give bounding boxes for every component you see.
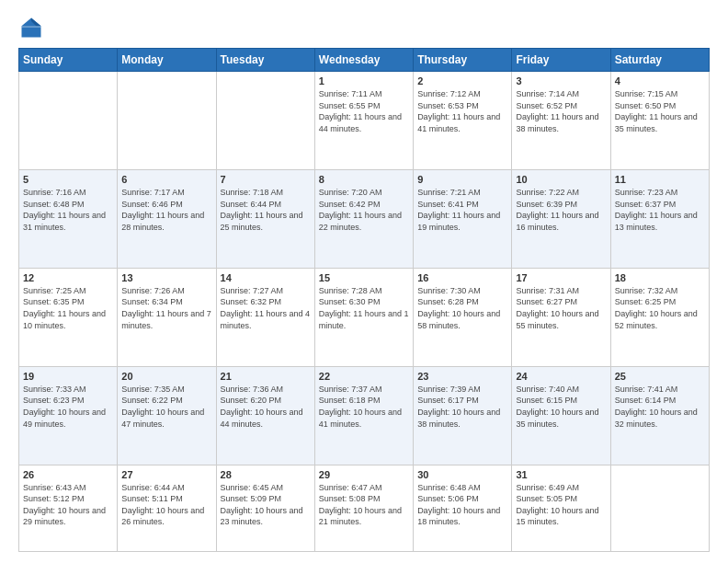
day-number: 7	[221, 174, 311, 185]
day-info: Sunrise: 6:45 AM Sunset: 5:09 PM Dayligh…	[221, 482, 311, 528]
calendar-day-cell	[19, 72, 118, 170]
day-number: 23	[417, 371, 507, 382]
day-number: 4	[615, 75, 705, 86]
calendar-day-cell: 23Sunrise: 7:39 AM Sunset: 6:17 PM Dayli…	[414, 366, 512, 465]
day-info: Sunrise: 7:32 AM Sunset: 6:25 PM Dayligh…	[615, 285, 705, 331]
day-info: Sunrise: 7:37 AM Sunset: 6:18 PM Dayligh…	[319, 384, 409, 430]
day-number: 9	[417, 174, 507, 185]
day-number: 16	[417, 272, 507, 283]
day-info: Sunrise: 7:23 AM Sunset: 6:37 PM Dayligh…	[615, 187, 705, 233]
calendar-day-cell: 2Sunrise: 7:12 AM Sunset: 6:53 PM Daylig…	[414, 72, 512, 170]
day-info: Sunrise: 7:18 AM Sunset: 6:44 PM Dayligh…	[221, 187, 311, 233]
day-info: Sunrise: 6:43 AM Sunset: 5:12 PM Dayligh…	[23, 482, 113, 528]
day-number: 18	[615, 272, 705, 283]
calendar-header-wednesday: Wednesday	[314, 49, 413, 72]
day-info: Sunrise: 7:35 AM Sunset: 6:22 PM Dayligh…	[121, 384, 211, 430]
calendar-day-cell: 31Sunrise: 6:49 AM Sunset: 5:05 PM Dayli…	[512, 465, 610, 551]
calendar-day-cell	[118, 72, 216, 170]
day-number: 26	[23, 469, 113, 480]
day-info: Sunrise: 7:40 AM Sunset: 6:15 PM Dayligh…	[516, 384, 606, 430]
day-info: Sunrise: 7:41 AM Sunset: 6:14 PM Dayligh…	[615, 384, 705, 430]
day-info: Sunrise: 6:47 AM Sunset: 5:08 PM Dayligh…	[319, 482, 409, 528]
day-number: 29	[319, 469, 409, 480]
day-info: Sunrise: 7:30 AM Sunset: 6:28 PM Dayligh…	[417, 285, 507, 331]
day-info: Sunrise: 6:44 AM Sunset: 5:11 PM Dayligh…	[121, 482, 211, 528]
calendar-day-cell: 7Sunrise: 7:18 AM Sunset: 6:44 PM Daylig…	[216, 169, 314, 268]
calendar-day-cell: 1Sunrise: 7:11 AM Sunset: 6:55 PM Daylig…	[314, 72, 413, 170]
day-number: 31	[516, 469, 606, 480]
calendar-day-cell: 14Sunrise: 7:27 AM Sunset: 6:32 PM Dayli…	[216, 268, 314, 366]
day-info: Sunrise: 7:27 AM Sunset: 6:32 PM Dayligh…	[221, 285, 311, 331]
day-info: Sunrise: 7:36 AM Sunset: 6:20 PM Dayligh…	[221, 384, 311, 430]
calendar-day-cell: 26Sunrise: 6:43 AM Sunset: 5:12 PM Dayli…	[19, 465, 118, 551]
day-info: Sunrise: 7:39 AM Sunset: 6:17 PM Dayligh…	[417, 384, 507, 430]
calendar-table: SundayMondayTuesdayWednesdayThursdayFrid…	[18, 48, 710, 552]
day-number: 20	[121, 371, 211, 382]
day-info: Sunrise: 7:25 AM Sunset: 6:35 PM Dayligh…	[23, 285, 113, 331]
calendar-header-saturday: Saturday	[610, 49, 709, 72]
calendar-day-cell: 13Sunrise: 7:26 AM Sunset: 6:34 PM Dayli…	[118, 268, 216, 366]
day-number: 14	[221, 272, 311, 283]
day-info: Sunrise: 6:48 AM Sunset: 5:06 PM Dayligh…	[417, 482, 507, 528]
day-info: Sunrise: 7:33 AM Sunset: 6:23 PM Dayligh…	[23, 384, 113, 430]
calendar-week-row: 1Sunrise: 7:11 AM Sunset: 6:55 PM Daylig…	[19, 72, 710, 170]
day-number: 27	[121, 469, 211, 480]
logo	[18, 15, 48, 40]
calendar-day-cell: 27Sunrise: 6:44 AM Sunset: 5:11 PM Dayli…	[118, 465, 216, 551]
day-number: 10	[516, 174, 606, 185]
calendar-day-cell	[216, 72, 314, 170]
calendar-header-sunday: Sunday	[19, 49, 118, 72]
day-number: 5	[23, 174, 113, 185]
calendar-day-cell: 6Sunrise: 7:17 AM Sunset: 6:46 PM Daylig…	[118, 169, 216, 268]
calendar-day-cell: 18Sunrise: 7:32 AM Sunset: 6:25 PM Dayli…	[610, 268, 709, 366]
day-info: Sunrise: 7:12 AM Sunset: 6:53 PM Dayligh…	[417, 88, 507, 134]
day-number: 28	[221, 469, 311, 480]
day-info: Sunrise: 7:11 AM Sunset: 6:55 PM Dayligh…	[319, 88, 409, 134]
day-number: 11	[615, 174, 705, 185]
calendar-day-cell: 21Sunrise: 7:36 AM Sunset: 6:20 PM Dayli…	[216, 366, 314, 465]
day-info: Sunrise: 7:26 AM Sunset: 6:34 PM Dayligh…	[121, 285, 211, 331]
calendar-header-thursday: Thursday	[414, 49, 512, 72]
calendar-day-cell: 5Sunrise: 7:16 AM Sunset: 6:48 PM Daylig…	[19, 169, 118, 268]
day-info: Sunrise: 7:15 AM Sunset: 6:50 PM Dayligh…	[615, 88, 705, 134]
day-number: 2	[417, 75, 507, 86]
calendar-week-row: 26Sunrise: 6:43 AM Sunset: 5:12 PM Dayli…	[19, 465, 710, 551]
calendar-day-cell: 3Sunrise: 7:14 AM Sunset: 6:52 PM Daylig…	[512, 72, 610, 170]
calendar-day-cell: 25Sunrise: 7:41 AM Sunset: 6:14 PM Dayli…	[610, 366, 709, 465]
day-number: 19	[23, 371, 113, 382]
calendar-day-cell: 22Sunrise: 7:37 AM Sunset: 6:18 PM Dayli…	[314, 366, 413, 465]
calendar-day-cell: 24Sunrise: 7:40 AM Sunset: 6:15 PM Dayli…	[512, 366, 610, 465]
day-number: 21	[221, 371, 311, 382]
day-info: Sunrise: 7:20 AM Sunset: 6:42 PM Dayligh…	[319, 187, 409, 233]
day-number: 25	[615, 371, 705, 382]
day-number: 12	[23, 272, 113, 283]
calendar-day-cell	[610, 465, 709, 551]
calendar-header-monday: Monday	[118, 49, 216, 72]
day-number: 30	[417, 469, 507, 480]
calendar-day-cell: 15Sunrise: 7:28 AM Sunset: 6:30 PM Dayli…	[314, 268, 413, 366]
logo-icon	[18, 15, 44, 40]
calendar-day-cell: 12Sunrise: 7:25 AM Sunset: 6:35 PM Dayli…	[19, 268, 118, 366]
calendar-header-row: SundayMondayTuesdayWednesdayThursdayFrid…	[19, 49, 710, 72]
header	[18, 15, 710, 40]
calendar-day-cell: 30Sunrise: 6:48 AM Sunset: 5:06 PM Dayli…	[414, 465, 512, 551]
calendar-header-tuesday: Tuesday	[216, 49, 314, 72]
day-number: 13	[121, 272, 211, 283]
day-number: 24	[516, 371, 606, 382]
calendar-week-row: 19Sunrise: 7:33 AM Sunset: 6:23 PM Dayli…	[19, 366, 710, 465]
calendar-day-cell: 9Sunrise: 7:21 AM Sunset: 6:41 PM Daylig…	[414, 169, 512, 268]
day-info: Sunrise: 7:17 AM Sunset: 6:46 PM Dayligh…	[121, 187, 211, 233]
calendar-header-friday: Friday	[512, 49, 610, 72]
calendar-day-cell: 8Sunrise: 7:20 AM Sunset: 6:42 PM Daylig…	[314, 169, 413, 268]
day-info: Sunrise: 7:16 AM Sunset: 6:48 PM Dayligh…	[23, 187, 113, 233]
day-number: 15	[319, 272, 409, 283]
calendar-week-row: 12Sunrise: 7:25 AM Sunset: 6:35 PM Dayli…	[19, 268, 710, 366]
day-number: 22	[319, 371, 409, 382]
day-info: Sunrise: 7:21 AM Sunset: 6:41 PM Dayligh…	[417, 187, 507, 233]
day-number: 8	[319, 174, 409, 185]
calendar-day-cell: 16Sunrise: 7:30 AM Sunset: 6:28 PM Dayli…	[414, 268, 512, 366]
day-number: 3	[516, 75, 606, 86]
day-info: Sunrise: 7:14 AM Sunset: 6:52 PM Dayligh…	[516, 88, 606, 134]
day-info: Sunrise: 7:22 AM Sunset: 6:39 PM Dayligh…	[516, 187, 606, 233]
day-number: 6	[121, 174, 211, 185]
